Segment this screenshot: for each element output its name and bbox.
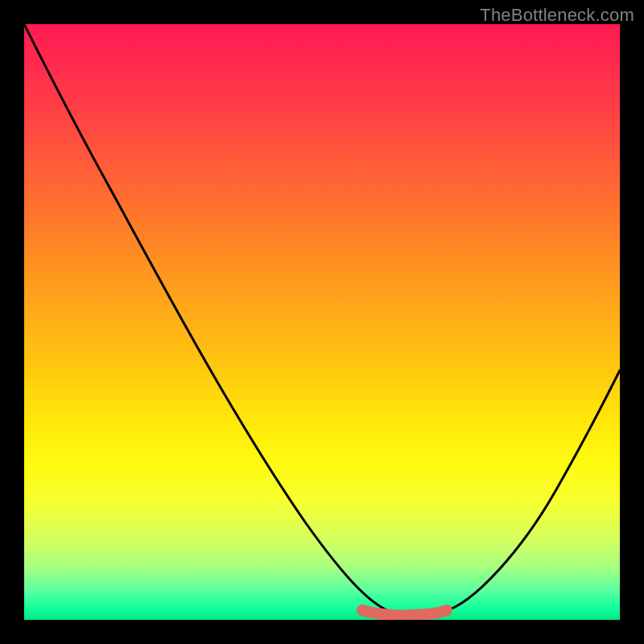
bottleneck-curve	[24, 24, 620, 615]
optimal-range-marker	[362, 610, 447, 615]
curve-layer	[24, 24, 620, 620]
watermark-text: TheBottleneck.com	[480, 5, 634, 26]
plot-area	[24, 24, 620, 620]
chart-frame: TheBottleneck.com	[0, 0, 644, 644]
